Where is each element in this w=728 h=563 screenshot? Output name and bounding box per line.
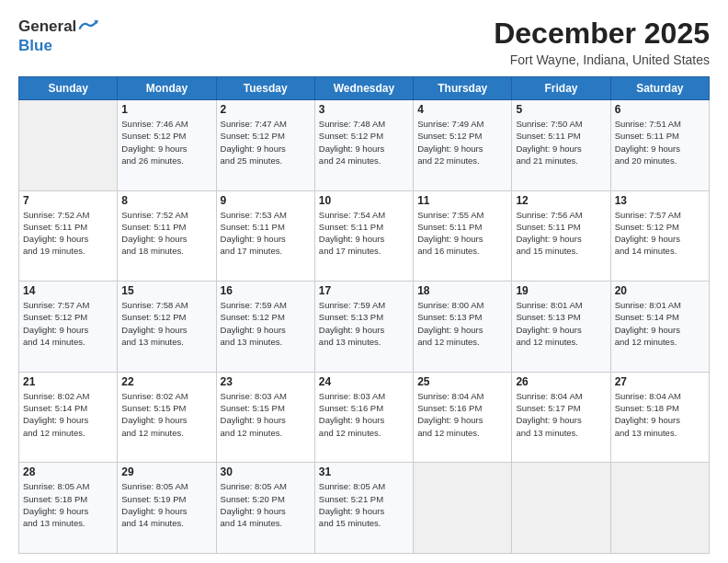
day-number: 30 [221, 465, 311, 478]
calendar-header-friday: Friday [512, 77, 610, 100]
calendar-cell: 10Sunrise: 7:54 AMSunset: 5:11 PMDayligh… [314, 190, 413, 282]
day-info: Sunrise: 7:56 AMSunset: 5:11 PMDaylight:… [516, 209, 606, 258]
day-number: 29 [121, 465, 211, 478]
day-info: Sunrise: 8:05 AMSunset: 5:18 PMDaylight:… [23, 480, 113, 529]
calendar-cell: 21Sunrise: 8:02 AMSunset: 5:14 PMDayligh… [19, 372, 118, 463]
calendar-week-2: 7Sunrise: 7:52 AMSunset: 5:11 PMDaylight… [19, 190, 710, 282]
day-info: Sunrise: 7:59 AMSunset: 5:12 PMDaylight:… [221, 299, 311, 348]
calendar-cell: 4Sunrise: 7:49 AMSunset: 5:12 PMDaylight… [414, 100, 512, 191]
day-info: Sunrise: 7:58 AMSunset: 5:12 PMDaylight:… [121, 299, 211, 348]
calendar-cell: 15Sunrise: 7:58 AMSunset: 5:12 PMDayligh… [118, 282, 216, 373]
calendar-cell [512, 463, 610, 554]
calendar-cell: 1Sunrise: 7:46 AMSunset: 5:12 PMDaylight… [118, 100, 216, 191]
day-number: 6 [615, 103, 705, 116]
day-info: Sunrise: 7:55 AMSunset: 5:11 PMDaylight:… [417, 209, 507, 258]
calendar-cell [19, 100, 118, 191]
calendar-cell: 24Sunrise: 8:03 AMSunset: 5:16 PMDayligh… [314, 372, 413, 463]
calendar-cell: 25Sunrise: 8:04 AMSunset: 5:16 PMDayligh… [414, 372, 512, 463]
day-number: 10 [319, 194, 409, 207]
day-number: 18 [417, 284, 507, 297]
day-number: 17 [319, 284, 409, 297]
calendar-cell: 13Sunrise: 7:57 AMSunset: 5:12 PMDayligh… [610, 190, 709, 282]
title-block: December 2025 Fort Wayne, Indiana, Unite… [494, 17, 710, 67]
day-number: 4 [417, 103, 507, 116]
day-info: Sunrise: 8:03 AMSunset: 5:15 PMDaylight:… [221, 390, 311, 439]
calendar-header-monday: Monday [118, 77, 216, 100]
calendar-week-4: 21Sunrise: 8:02 AMSunset: 5:14 PMDayligh… [19, 372, 710, 463]
calendar-cell: 7Sunrise: 7:52 AMSunset: 5:11 PMDaylight… [19, 190, 118, 282]
day-info: Sunrise: 7:47 AMSunset: 5:12 PMDaylight:… [221, 118, 311, 167]
calendar-cell: 29Sunrise: 8:05 AMSunset: 5:19 PMDayligh… [118, 463, 216, 554]
calendar-week-5: 28Sunrise: 8:05 AMSunset: 5:18 PMDayligh… [19, 463, 710, 554]
day-info: Sunrise: 8:05 AMSunset: 5:20 PMDaylight:… [221, 480, 311, 529]
calendar-cell: 9Sunrise: 7:53 AMSunset: 5:11 PMDaylight… [216, 190, 314, 282]
day-number: 22 [121, 375, 211, 388]
day-info: Sunrise: 8:03 AMSunset: 5:16 PMDaylight:… [319, 390, 409, 439]
day-info: Sunrise: 7:52 AMSunset: 5:11 PMDaylight:… [121, 209, 211, 258]
calendar-cell: 23Sunrise: 8:03 AMSunset: 5:15 PMDayligh… [216, 372, 314, 463]
day-number: 11 [417, 194, 507, 207]
day-number: 14 [23, 284, 113, 297]
day-info: Sunrise: 8:00 AMSunset: 5:13 PMDaylight:… [417, 299, 507, 348]
calendar-cell: 30Sunrise: 8:05 AMSunset: 5:20 PMDayligh… [216, 463, 314, 554]
calendar-header-row: SundayMondayTuesdayWednesdayThursdayFrid… [19, 77, 710, 100]
day-info: Sunrise: 7:52 AMSunset: 5:11 PMDaylight:… [23, 209, 113, 258]
day-info: Sunrise: 8:01 AMSunset: 5:13 PMDaylight:… [516, 299, 606, 348]
page: General Blue December 2025 Fort Wayne, I… [0, 0, 728, 563]
calendar-week-3: 14Sunrise: 7:57 AMSunset: 5:12 PMDayligh… [19, 282, 710, 373]
calendar-cell: 31Sunrise: 8:05 AMSunset: 5:21 PMDayligh… [314, 463, 413, 554]
day-number: 27 [615, 375, 705, 388]
day-number: 28 [23, 465, 113, 478]
calendar-cell [610, 463, 709, 554]
day-info: Sunrise: 8:02 AMSunset: 5:14 PMDaylight:… [23, 390, 113, 439]
day-number: 5 [516, 103, 606, 116]
day-number: 15 [121, 284, 211, 297]
day-number: 23 [221, 375, 311, 388]
day-info: Sunrise: 8:05 AMSunset: 5:19 PMDaylight:… [121, 480, 211, 529]
day-number: 20 [615, 284, 705, 297]
calendar-cell: 5Sunrise: 7:50 AMSunset: 5:11 PMDaylight… [512, 100, 610, 191]
day-info: Sunrise: 7:46 AMSunset: 5:12 PMDaylight:… [121, 118, 211, 167]
day-info: Sunrise: 8:05 AMSunset: 5:21 PMDaylight:… [319, 480, 409, 529]
calendar-header-thursday: Thursday [414, 77, 512, 100]
day-info: Sunrise: 8:04 AMSunset: 5:16 PMDaylight:… [417, 390, 507, 439]
day-number: 26 [516, 375, 606, 388]
day-info: Sunrise: 7:54 AMSunset: 5:11 PMDaylight:… [319, 209, 409, 258]
calendar-header-tuesday: Tuesday [216, 77, 314, 100]
calendar-cell: 11Sunrise: 7:55 AMSunset: 5:11 PMDayligh… [414, 190, 512, 282]
day-number: 3 [319, 103, 409, 116]
calendar-cell: 14Sunrise: 7:57 AMSunset: 5:12 PMDayligh… [19, 282, 118, 373]
calendar-header-sunday: Sunday [19, 77, 118, 100]
subtitle: Fort Wayne, Indiana, United States [494, 52, 710, 67]
day-info: Sunrise: 7:48 AMSunset: 5:12 PMDaylight:… [319, 118, 409, 167]
day-number: 12 [516, 194, 606, 207]
calendar-cell: 8Sunrise: 7:52 AMSunset: 5:11 PMDaylight… [118, 190, 216, 282]
calendar-cell: 17Sunrise: 7:59 AMSunset: 5:13 PMDayligh… [314, 282, 413, 373]
calendar-cell [414, 463, 512, 554]
day-number: 25 [417, 375, 507, 388]
day-info: Sunrise: 7:57 AMSunset: 5:12 PMDaylight:… [23, 299, 113, 348]
calendar-cell: 19Sunrise: 8:01 AMSunset: 5:13 PMDayligh… [512, 282, 610, 373]
calendar-cell: 12Sunrise: 7:56 AMSunset: 5:11 PMDayligh… [512, 190, 610, 282]
day-number: 31 [319, 465, 409, 478]
day-info: Sunrise: 8:02 AMSunset: 5:15 PMDaylight:… [121, 390, 211, 439]
header: General Blue December 2025 Fort Wayne, I… [18, 17, 710, 67]
calendar-cell: 27Sunrise: 8:04 AMSunset: 5:18 PMDayligh… [610, 372, 709, 463]
day-number: 2 [221, 103, 311, 116]
calendar-cell: 16Sunrise: 7:59 AMSunset: 5:12 PMDayligh… [216, 282, 314, 373]
day-number: 8 [121, 194, 211, 207]
calendar-cell: 3Sunrise: 7:48 AMSunset: 5:12 PMDaylight… [314, 100, 413, 191]
calendar-cell: 22Sunrise: 8:02 AMSunset: 5:15 PMDayligh… [118, 372, 216, 463]
day-number: 24 [319, 375, 409, 388]
day-number: 16 [221, 284, 311, 297]
day-info: Sunrise: 7:50 AMSunset: 5:11 PMDaylight:… [516, 118, 606, 167]
day-info: Sunrise: 7:53 AMSunset: 5:11 PMDaylight:… [221, 209, 311, 258]
calendar-cell: 6Sunrise: 7:51 AMSunset: 5:11 PMDaylight… [610, 100, 709, 191]
calendar-table: SundayMondayTuesdayWednesdayThursdayFrid… [18, 76, 710, 554]
main-title: December 2025 [494, 17, 710, 51]
day-info: Sunrise: 8:01 AMSunset: 5:14 PMDaylight:… [615, 299, 705, 348]
calendar-header-saturday: Saturday [610, 77, 709, 100]
day-info: Sunrise: 8:04 AMSunset: 5:17 PMDaylight:… [516, 390, 606, 439]
logo: General Blue [18, 17, 98, 55]
day-info: Sunrise: 7:49 AMSunset: 5:12 PMDaylight:… [417, 118, 507, 167]
